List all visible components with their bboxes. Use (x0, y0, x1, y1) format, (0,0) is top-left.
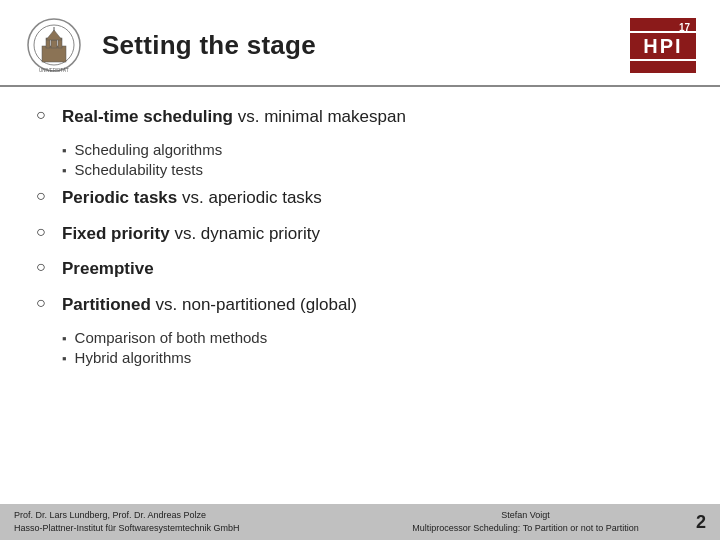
bullet-item-2: ○ Periodic tasks vs. aperiodic tasks (36, 186, 684, 210)
sub-bullet-symbol-5-1: ▪ (62, 331, 67, 346)
header-divider (0, 85, 720, 87)
footer-left-line1: Prof. Dr. Lars Lundberg, Prof. Dr. Andre… (14, 509, 355, 522)
hpi-number: 17 (679, 22, 690, 33)
page-number: 2 (696, 512, 706, 533)
hpi-text: HPI (643, 36, 682, 56)
sub-bullet-item-1-2: ▪ Schedulability tests (62, 161, 684, 178)
bullet-symbol-4: ○ (36, 258, 52, 276)
bullet-bold-3: Fixed priority (62, 224, 170, 243)
sub-bullet-item-5-2: ▪ Hybrid algorithms (62, 349, 684, 366)
bullet-bold-5: Partitioned (62, 295, 151, 314)
slide: UNIVERSITÄT Setting the stage 17 HPI ○ R… (0, 0, 720, 540)
bullet-text-2: Periodic tasks vs. aperiodic tasks (62, 186, 322, 210)
sub-bullet-item-5-1: ▪ Comparison of both methods (62, 329, 684, 346)
sub-bullets-1: ▪ Scheduling algorithms ▪ Schedulability… (62, 141, 684, 178)
footer-right: 2 (696, 512, 706, 533)
bullet-text-3: Fixed priority vs. dynamic priority (62, 222, 320, 246)
sub-bullet-symbol-5-2: ▪ (62, 351, 67, 366)
bullet-item-4: ○ Preemptive (36, 257, 684, 281)
footer-center-line1: Stefan Voigt (355, 509, 696, 522)
sub-bullets-5: ▪ Comparison of both methods ▪ Hybrid al… (62, 329, 684, 366)
header: UNIVERSITÄT Setting the stage 17 HPI (0, 0, 720, 85)
content-area: ○ Real-time scheduling vs. minimal makes… (0, 105, 720, 366)
hpi-logo: 17 HPI (630, 18, 696, 73)
bullet-item-1: ○ Real-time scheduling vs. minimal makes… (36, 105, 684, 178)
bullet-text-5: Partitioned vs. non-partitioned (global) (62, 293, 357, 317)
svg-rect-5 (51, 40, 57, 48)
bullet-symbol-5: ○ (36, 294, 52, 312)
sub-bullet-text-1-2: Schedulability tests (75, 161, 203, 178)
university-logo: UNIVERSITÄT (24, 18, 84, 73)
sub-bullet-symbol-1-2: ▪ (62, 163, 67, 178)
svg-rect-2 (42, 46, 66, 62)
bullet-normal-3: vs. dynamic priority (174, 224, 319, 243)
bullet-bold-1: Real-time scheduling (62, 107, 233, 126)
footer-left-line2: Hasso-Plattner-Institut für Softwaresyst… (14, 522, 355, 535)
footer-left: Prof. Dr. Lars Lundberg, Prof. Dr. Andre… (14, 509, 355, 534)
sub-bullet-item-1-1: ▪ Scheduling algorithms (62, 141, 684, 158)
sub-bullet-text-1-1: Scheduling algorithms (75, 141, 223, 158)
sub-bullet-symbol-1-1: ▪ (62, 143, 67, 158)
bullet-normal-2: vs. aperiodic tasks (182, 188, 322, 207)
svg-marker-6 (46, 30, 62, 40)
bullet-text-1: Real-time scheduling vs. minimal makespa… (62, 105, 406, 129)
sub-bullet-text-5-1: Comparison of both methods (75, 329, 268, 346)
sub-bullet-text-5-2: Hybrid algorithms (75, 349, 192, 366)
footer: Prof. Dr. Lars Lundberg, Prof. Dr. Andre… (0, 504, 720, 540)
bullet-text-4: Preemptive (62, 257, 154, 281)
bullet-normal-5: vs. non-partitioned (global) (156, 295, 357, 314)
bullet-item-3: ○ Fixed priority vs. dynamic priority (36, 222, 684, 246)
bullet-symbol-1: ○ (36, 106, 52, 124)
bullet-normal-1: vs. minimal makespan (238, 107, 406, 126)
bullet-bold-2: Periodic tasks (62, 188, 177, 207)
footer-center-line2: Multiprocessor Scheduling: To Partition … (355, 522, 696, 535)
bullet-symbol-3: ○ (36, 223, 52, 241)
svg-text:UNIVERSITÄT: UNIVERSITÄT (39, 67, 69, 73)
bullet-bold-4: Preemptive (62, 259, 154, 278)
title-area: Setting the stage (102, 30, 630, 61)
slide-title: Setting the stage (102, 30, 316, 60)
hpi-line-bottom (630, 59, 696, 61)
footer-center: Stefan Voigt Multiprocessor Scheduling: … (355, 509, 696, 534)
bullet-item-5: ○ Partitioned vs. non-partitioned (globa… (36, 293, 684, 366)
bullet-symbol-2: ○ (36, 187, 52, 205)
